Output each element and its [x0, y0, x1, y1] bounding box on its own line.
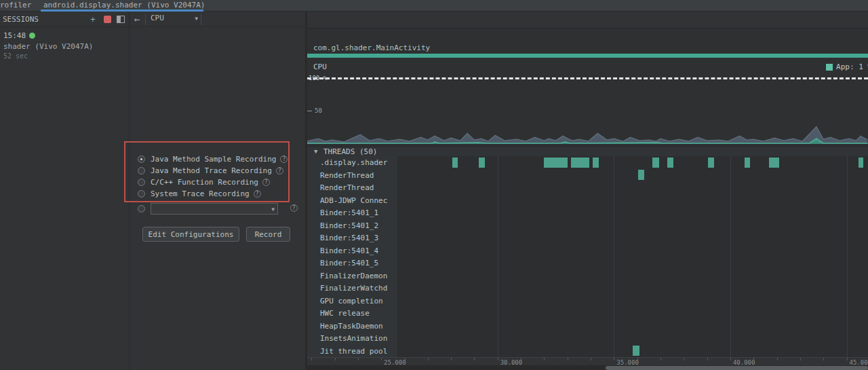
thread-row[interactable]: InsetsAnimation — [307, 332, 868, 345]
thread-name-label[interactable]: HWC release — [307, 307, 398, 320]
thread-row[interactable]: Binder:5401_4 — [307, 244, 868, 257]
chevron-down-icon: ▼ — [271, 206, 275, 212]
axis-minor-tick — [335, 358, 336, 360]
thread-row[interactable]: HWC release — [307, 307, 868, 320]
threads-section-header[interactable]: ▼ THREADS (50) — [307, 146, 868, 156]
thread-row[interactable]: FinalizerWatchd — [307, 282, 868, 295]
axis-minor-tick — [823, 358, 824, 360]
stop-icon — [104, 16, 111, 23]
help-icon[interactable]: ? — [280, 155, 288, 163]
thread-activity-bar — [859, 158, 864, 168]
thread-name-label[interactable]: Binder:5401_3 — [307, 232, 398, 244]
recording-option-label: C/C++ Function Recording — [151, 178, 258, 187]
thread-row[interactable]: RenderThread — [307, 181, 868, 194]
thread-name-label[interactable]: Jit thread pool — [307, 345, 398, 358]
back-button[interactable]: ← — [132, 14, 142, 24]
help-icon[interactable]: ? — [276, 167, 283, 174]
help-icon[interactable]: ? — [262, 179, 270, 186]
custom-config-radio[interactable] — [138, 205, 145, 212]
panel-icon — [117, 16, 125, 23]
thread-name-label[interactable]: InsetsAnimation — [307, 332, 398, 345]
axis-minor-tick — [311, 358, 312, 360]
thread-activity-bar — [593, 158, 599, 168]
thread-row[interactable]: HeapTaskDaemon — [307, 320, 868, 333]
radio-unselected[interactable] — [138, 190, 145, 198]
axis-minor-tick — [544, 358, 545, 360]
recording-option-label: System Trace Recording — [151, 189, 250, 198]
thread-name-label[interactable]: GPU completion — [307, 295, 398, 308]
collapse-panel-button[interactable] — [115, 14, 126, 24]
axis-minor-tick — [730, 358, 731, 360]
add-session-button[interactable]: + — [87, 14, 98, 24]
chevron-down-icon: ▼ — [195, 16, 198, 22]
recording-option-row[interactable]: Java Method Sample Recording? — [138, 154, 288, 164]
axis-minor-tick — [591, 358, 591, 360]
help-icon[interactable]: ? — [290, 204, 298, 212]
thread-row[interactable]: RenderThread — [307, 169, 868, 182]
recording-option-row[interactable]: C/C++ Function Recording? — [138, 177, 270, 187]
thread-activity-bar — [708, 158, 714, 168]
recording-option-row[interactable]: System Trace Recording? — [138, 189, 261, 198]
recording-option-label: Java Method Trace Recording — [151, 166, 272, 175]
horizontal-scrollbar[interactable] — [307, 365, 868, 370]
session-time-label: 15:48 — [3, 31, 26, 40]
stop-recording-button[interactable] — [102, 14, 113, 24]
thread-activity-bar — [544, 158, 567, 168]
help-icon[interactable]: ? — [254, 190, 261, 198]
axis-minor-tick — [381, 358, 382, 360]
thread-name-label[interactable]: .display.shader — [307, 156, 398, 169]
axis-minor-tick — [358, 358, 359, 360]
profiler-type-value: CPU — [151, 14, 164, 22]
record-button[interactable]: Record — [246, 227, 290, 242]
axis-minor-tick — [498, 358, 498, 360]
thread-name-label[interactable]: HeapTaskDaemon — [307, 320, 398, 333]
gridline-100-percent — [307, 77, 868, 79]
axis-minor-tick — [847, 358, 848, 360]
thread-activity-bar — [638, 170, 644, 180]
axis-minor-tick — [777, 358, 778, 360]
window-tab-bar: rofiler android.display.shader (Vivo V20… — [0, 0, 868, 12]
tab-session-active[interactable]: android.display.shader (Vivo V2047A) — [43, 1, 206, 10]
radio-unselected[interactable] — [138, 179, 145, 186]
thread-name-label[interactable]: ADB-JDWP Connec — [307, 194, 398, 207]
y-axis-tick-50 — [307, 111, 312, 111]
axis-minor-tick — [660, 358, 661, 360]
scrollbar-thumb[interactable] — [606, 366, 868, 370]
profiler-type-dropdown[interactable]: CPU ▼ — [151, 14, 198, 24]
thread-activity-bar — [633, 346, 639, 356]
thread-row[interactable]: GPU completion — [307, 295, 868, 308]
thread-activity-bar — [479, 158, 485, 168]
thread-row[interactable]: .display.shader — [307, 156, 868, 169]
axis-minor-tick — [451, 358, 452, 360]
cpu-usage-area-chart[interactable] — [307, 29, 868, 145]
recording-option-row[interactable]: Java Method Trace Recording? — [138, 166, 283, 175]
thread-row[interactable]: Jit thread pool — [307, 345, 868, 358]
thread-row[interactable]: Binder:5401_3 — [307, 232, 868, 244]
edit-configurations-button[interactable]: Edit Configurations — [142, 227, 239, 242]
session-list-item[interactable]: 15:48 shader (Vivo V2047A) 52 sec — [0, 30, 128, 62]
thread-name-label[interactable]: RenderThread — [307, 169, 398, 182]
axis-minor-tick — [684, 358, 684, 360]
thread-name-label[interactable]: FinalizerDaemon — [307, 270, 398, 282]
thread-row[interactable]: Binder:5401_2 — [307, 219, 868, 232]
thread-name-label[interactable]: Binder:5401_4 — [307, 244, 398, 257]
thread-name-label[interactable]: Binder:5401_1 — [307, 206, 398, 219]
config-dropdown[interactable]: ▼ — [151, 203, 278, 215]
y-axis-label-50: 50 — [315, 107, 322, 114]
axis-minor-tick — [707, 358, 708, 360]
thread-row[interactable]: FinalizerDaemon — [307, 270, 868, 282]
thread-row[interactable]: ADB-JDWP Connec — [307, 194, 868, 207]
time-axis: 25.00030.00035.00040.00045.000 — [307, 357, 868, 365]
thread-row[interactable]: Binder:5401_1 — [307, 206, 868, 219]
tab-profiler[interactable]: rofiler — [0, 1, 37, 10]
radio-unselected[interactable] — [138, 167, 145, 174]
thread-name-label[interactable]: Binder:5401_2 — [307, 219, 398, 232]
y-axis-label-100: 100 % — [309, 75, 327, 81]
thread-name-label[interactable]: Binder:5401_5 — [307, 257, 398, 270]
thread-row[interactable]: Binder:5401_5 — [307, 257, 868, 270]
radio-selected[interactable] — [138, 155, 145, 163]
thread-name-label[interactable]: RenderThread — [307, 181, 398, 194]
recording-option-label: Java Method Sample Recording — [151, 155, 276, 164]
axis-minor-tick — [800, 358, 801, 360]
thread-name-label[interactable]: FinalizerWatchd — [307, 282, 398, 295]
